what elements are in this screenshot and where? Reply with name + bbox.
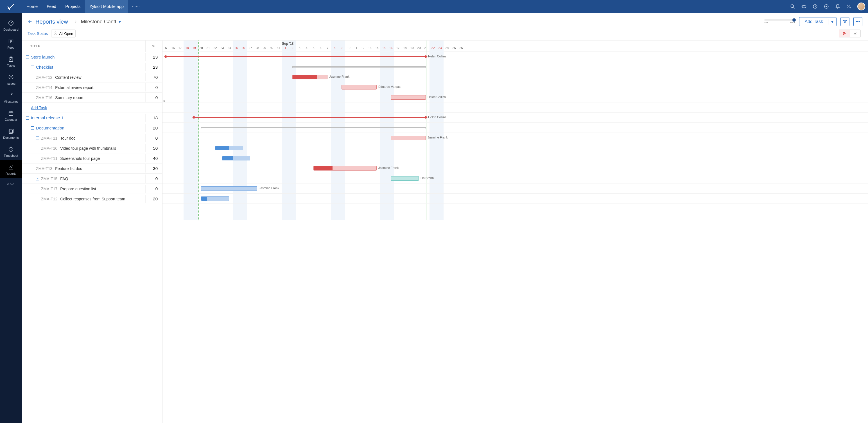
more-options-icon[interactable]: ••• [854,17,862,26]
day-cell: 25 [233,46,240,50]
gantt-row: Eduardo Vargas [162,82,868,92]
task-name[interactable]: Video tour page with thumbnails [60,146,116,150]
plus-icon[interactable] [821,0,832,13]
pct-cell: 0 [145,83,162,91]
rail-item-tasks[interactable]: Tasks [0,52,22,70]
task-name[interactable]: Checklist [36,65,53,69]
day-cell: 28 [254,46,261,50]
close-icon[interactable]: ⓧ [54,31,57,36]
page-title[interactable]: Reports view [35,19,68,25]
rail-item-timesheet[interactable]: Timesheet [0,142,22,160]
game-icon[interactable] [798,0,809,13]
gantt-row: Helen Collins [162,52,868,62]
svg-rect-10 [9,129,13,133]
day-cell: 31 [275,46,282,50]
task-bar[interactable] [215,146,243,150]
add-task-link[interactable]: Add Task [22,103,47,112]
task-name[interactable]: Prepare question list [60,187,96,191]
task-name[interactable]: Summary report [55,95,83,100]
summary-bar[interactable] [201,126,426,128]
task-bar[interactable] [292,75,328,79]
rail-item-issues[interactable]: Issues [0,70,22,88]
task-name[interactable]: Screenshots tour page [60,156,100,161]
svg-point-7 [10,76,12,78]
task-name[interactable]: Content review [55,75,81,80]
rail-more-icon[interactable]: ○○○ [7,178,15,190]
pct-cell: 0 [145,134,162,142]
task-name[interactable]: FAQ [60,176,68,181]
rail-item-milestones[interactable]: Milestones [0,88,22,106]
rail-item-calendar[interactable]: Calendar [0,106,22,124]
add-task-button[interactable]: Add Task ▾ [799,17,837,26]
svg-point-0 [791,4,794,8]
gantt-row: Jasmine Frank [162,184,868,194]
back-icon[interactable] [28,19,33,24]
view-name[interactable]: Milestone Gantt [81,19,116,25]
collapse-icon[interactable]: − [36,177,39,180]
assignee-label: Lin Brenn [421,176,434,179]
filter-chip[interactable]: ⓧ All Open [51,30,75,37]
nav-tab[interactable]: Home [22,0,42,13]
pct-cell: 50 [145,144,162,152]
view-dropdown-icon[interactable]: ▾ [119,19,121,25]
task-name[interactable]: Store launch [31,55,55,59]
task-name[interactable]: External review report [55,85,93,90]
collapse-icon[interactable]: − [36,137,39,140]
svg-rect-14 [843,34,844,35]
filter-label[interactable]: Task Status [28,31,48,36]
task-bar[interactable] [391,95,426,100]
add-task-dropdown-icon[interactable]: ▾ [828,19,836,25]
collapse-icon[interactable]: − [26,55,29,59]
bell-icon[interactable] [832,0,843,13]
nav-tab[interactable]: Projects [61,0,85,13]
day-cell: 6 [317,46,324,50]
search-icon[interactable] [787,0,798,13]
clock-icon[interactable] [809,0,821,13]
assignee-label: Jasmine Frank [329,75,349,78]
nav-more-icon[interactable]: ○○○ [128,4,144,8]
rail-item-reports[interactable]: Reports [0,160,22,178]
rail-item-dashboard[interactable]: Dashboard [0,16,22,34]
gantt-view-icon[interactable] [839,30,850,37]
zoom-slider[interactable]: FITMAX [764,20,795,24]
top-nav: HomeFeedProjectsZylsoft Mobile app ○○○ [0,0,868,13]
task-key: ZMA-T17 [41,187,57,191]
task-name[interactable]: Feature list doc [55,166,82,171]
avatar[interactable] [857,3,865,10]
nav-tab[interactable]: Feed [42,0,61,13]
task-bar[interactable] [313,166,377,171]
gantt-row [162,103,868,113]
view-toggle [839,30,861,37]
task-bar[interactable] [222,156,250,161]
milestone-bar[interactable] [194,117,426,118]
rail-item-documents[interactable]: Documents [0,124,22,142]
rail-item-feed[interactable]: Feed [0,34,22,52]
chart-view-icon[interactable] [850,30,860,37]
day-cell: 29 [261,46,268,50]
app-logo[interactable] [0,3,22,10]
task-bar[interactable] [391,136,426,140]
task-name[interactable]: Collect responses from Support team [60,197,125,201]
pct-cell: 23 [145,53,162,61]
nav-tab[interactable]: Zylsoft Mobile app [85,0,128,13]
pct-cell: 20 [145,195,162,203]
task-bar[interactable] [201,196,229,201]
pct-cell: 40 [145,154,162,162]
pct-cell: 70 [145,73,162,81]
task-key: ZMA-T10 [41,146,57,150]
collapse-icon[interactable]: − [31,65,34,69]
task-row: −Internal release 118 [22,113,162,123]
summary-bar[interactable] [292,66,426,67]
task-bar[interactable] [201,186,257,191]
task-bar[interactable] [391,176,419,181]
collapse-icon[interactable]: − [31,126,34,130]
filter-icon[interactable] [840,17,849,26]
gantt-panel[interactable]: Sep '18 51617181920212223242526272829303… [162,40,868,423]
task-name[interactable]: Tour doc [60,136,75,140]
milestone-bar[interactable] [166,56,426,57]
settings-icon[interactable] [843,0,855,13]
task-bar[interactable] [342,85,377,89]
task-name[interactable]: Internal release 1 [31,115,64,120]
task-name[interactable]: Documentation [36,125,64,130]
collapse-icon[interactable]: − [26,116,29,120]
